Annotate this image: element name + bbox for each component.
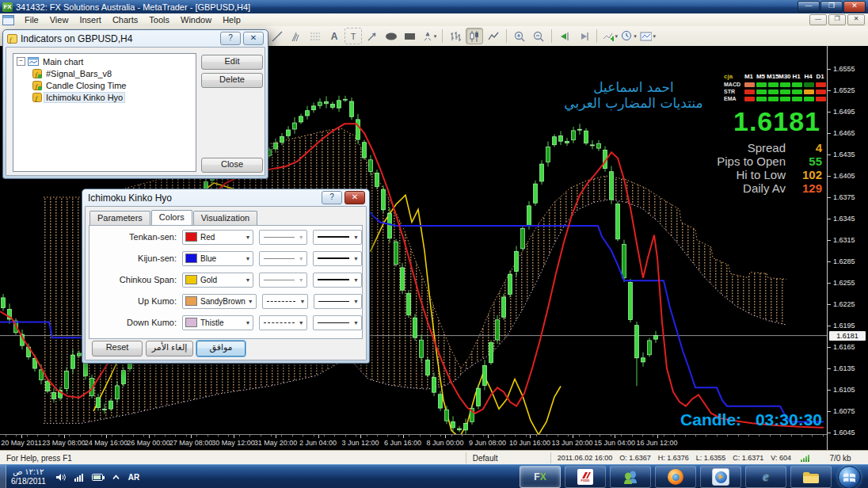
ichimoku-dialog-titlebar[interactable]: Ichimoku Kinko Hyo ? ✕ xyxy=(82,189,369,206)
show-desktop-button[interactable] xyxy=(0,465,6,488)
window-restore-button[interactable]: ❐ xyxy=(820,1,843,13)
time-minor-tick xyxy=(16,435,17,437)
line-chart-icon[interactable] xyxy=(485,28,502,44)
tab-visualization[interactable]: Visualization xyxy=(193,211,258,227)
price-tick-label: 1.6375 xyxy=(833,193,855,201)
indicators-dialog-titlebar[interactable]: f Indicators on GBPUSD,H4 ? ✕ xyxy=(3,30,268,47)
line-width-select[interactable]: ▼ xyxy=(313,251,362,266)
tab-parameters[interactable]: Parameters xyxy=(89,211,150,227)
fibo-icon[interactable] xyxy=(306,28,324,44)
price-scale[interactable]: 1.6181 1.65551.65251.64951.64651.64351.6… xyxy=(827,46,868,450)
color-select[interactable]: SandyBrown▼ xyxy=(182,294,257,309)
cancel-button[interactable]: إلغاء الأمر xyxy=(146,341,193,356)
indicators-list[interactable]: − Main chart f#Signal_Bars_v8fCandle Clo… xyxy=(13,53,196,172)
menu-item-window[interactable]: Window xyxy=(175,14,217,25)
child-restore-button[interactable]: ❐ xyxy=(828,14,846,25)
candlestick-chart-icon[interactable] xyxy=(466,28,483,44)
close-icon[interactable]: ✕ xyxy=(243,32,264,45)
time-tick xyxy=(106,435,107,438)
tree-node-indicator[interactable]: fCandle Closing Time xyxy=(32,79,196,91)
ok-button[interactable]: موافق xyxy=(196,341,246,356)
child-minimize-button[interactable]: — xyxy=(809,14,827,25)
line-width-select[interactable]: ▼ xyxy=(313,273,362,288)
indicators-icon[interactable]: ▾ xyxy=(601,28,619,44)
chevron-down-icon: ▼ xyxy=(296,256,304,261)
chevron-down-icon: ▼ xyxy=(351,320,359,326)
reset-button[interactable]: Reset xyxy=(92,341,143,356)
language-indicator[interactable]: AR xyxy=(128,473,139,482)
window-minimize-button[interactable]: — xyxy=(798,1,820,13)
indicators-dialog[interactable]: f Indicators on GBPUSD,H4 ? ✕ − Main cha… xyxy=(2,29,268,179)
tree-node-main-chart[interactable]: − Main chart xyxy=(17,55,196,67)
edit-button[interactable]: Edit xyxy=(201,55,263,70)
menu-item-help[interactable]: Help xyxy=(217,14,246,25)
time-minor-tick xyxy=(90,435,91,437)
tree-node-indicator[interactable]: f#Signal_Bars_v8 xyxy=(32,67,196,79)
status-profile[interactable]: Default xyxy=(466,452,550,463)
delete-button[interactable]: Delete xyxy=(201,73,263,88)
taskbar-clock[interactable]: ١٢:١٢ ص 6/18/2011 xyxy=(11,467,46,486)
text-icon[interactable]: A xyxy=(326,28,343,44)
help-icon[interactable]: ? xyxy=(220,32,241,45)
taskbar-app-fxdd[interactable]: FXDD xyxy=(565,466,606,488)
menu-item-charts[interactable]: Charts xyxy=(107,14,143,25)
menu-item-insert[interactable]: Insert xyxy=(74,14,107,25)
tree-node-label: #Signal_Bars_v8 xyxy=(44,69,113,78)
pitchfork-icon[interactable] xyxy=(287,28,305,44)
menu-item-tools[interactable]: Tools xyxy=(143,14,175,25)
menu-item-file[interactable]: File xyxy=(19,14,44,25)
color-select[interactable]: Red▼ xyxy=(182,230,253,245)
help-icon[interactable]: ? xyxy=(322,191,342,204)
line-width-select[interactable]: ▼ xyxy=(314,294,362,309)
network-icon[interactable] xyxy=(74,472,86,482)
volume-icon[interactable] xyxy=(55,472,67,482)
templates-icon[interactable]: ▾ xyxy=(639,28,657,44)
taskbar-app-firefox[interactable] xyxy=(655,466,696,488)
ellipse-icon[interactable] xyxy=(383,28,400,44)
zoom-out-icon[interactable] xyxy=(530,28,547,44)
close-button[interactable]: Close xyxy=(201,158,263,173)
price-tick xyxy=(828,368,831,369)
status-ohlcv-item: V: 604 xyxy=(771,454,791,462)
ichimoku-dialog[interactable]: Ichimoku Kinko Hyo ? ✕ ParametersColorsV… xyxy=(82,189,370,364)
close-icon[interactable]: ✕ xyxy=(345,191,365,204)
window-close-button[interactable]: ✕ xyxy=(843,1,866,13)
rectangle-icon[interactable] xyxy=(402,28,419,44)
taskbar-app-explorer[interactable] xyxy=(790,466,832,488)
chart-shift-icon[interactable] xyxy=(575,28,592,44)
menu-item-view[interactable]: View xyxy=(44,14,74,25)
line-width-select[interactable]: ▼ xyxy=(313,315,362,330)
shapes-dropdown-icon[interactable]: ▾ xyxy=(421,28,438,44)
tree-collapse-icon[interactable]: − xyxy=(17,57,25,66)
tree-node-indicator[interactable]: fIchimoku Kinko Hyo xyxy=(32,91,196,103)
trendline-icon[interactable] xyxy=(268,28,286,44)
bar-chart-icon[interactable] xyxy=(447,28,464,44)
child-close-button[interactable]: ✕ xyxy=(847,14,865,25)
start-button[interactable] xyxy=(838,466,861,488)
taskbar-app-messenger[interactable] xyxy=(610,466,651,488)
color-select[interactable]: Gold▼ xyxy=(182,273,253,288)
zoom-in-icon[interactable] xyxy=(511,28,528,44)
auto-scroll-icon[interactable] xyxy=(556,28,573,44)
label-icon[interactable]: T xyxy=(345,28,362,44)
hidden-icons-chevron[interactable] xyxy=(112,474,120,481)
line-width-select[interactable]: ▼ xyxy=(313,230,362,245)
price-tick-label: 1.6225 xyxy=(833,300,855,308)
taskbar-app-internet-explorer[interactable]: e xyxy=(745,466,786,488)
price-tick-label: 1.6195 xyxy=(833,322,855,330)
time-axis[interactable]: 20 May 201123 May 08:0024 May 16:0026 Ma… xyxy=(0,434,827,451)
tab-colors[interactable]: Colors xyxy=(151,210,192,226)
line-style-select[interactable]: ▼ xyxy=(259,315,306,330)
color-select[interactable]: Thistle▼ xyxy=(182,315,253,330)
arrow-style-icon[interactable] xyxy=(364,28,381,44)
line-style-select[interactable]: ▼ xyxy=(262,294,309,309)
price-tick-label: 1.6105 xyxy=(833,386,855,394)
window-titlebar[interactable]: FX 341432: FX Solutions Australia - Meta… xyxy=(0,0,868,13)
taskbar-app-metatrader-fx[interactable]: FX xyxy=(520,466,561,488)
current-price-tag: 1.6181 xyxy=(829,331,866,341)
battery-icon[interactable] xyxy=(92,473,105,482)
periods-icon[interactable]: ▾ xyxy=(620,28,638,44)
price-tick-label: 1.6165 xyxy=(833,343,855,351)
taskbar-app-media-player[interactable] xyxy=(700,466,741,488)
color-select[interactable]: Blue▼ xyxy=(182,251,253,266)
